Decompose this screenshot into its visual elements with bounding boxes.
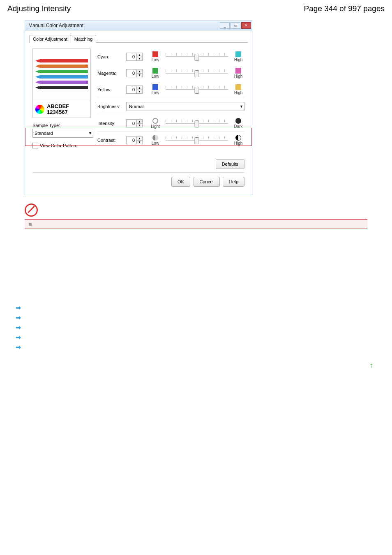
contrast-value: 0 (127, 138, 136, 143)
cyan-value: 0 (127, 54, 136, 59)
light-circle-icon (152, 118, 158, 124)
maximize-button[interactable]: ▭ (231, 22, 240, 29)
magenta-label: Magenta: (97, 71, 126, 76)
contrast-spinner[interactable]: 0 ▲▼ (126, 136, 143, 144)
yellow-label: Yellow: (97, 87, 126, 92)
page-top-icon[interactable]: ⇡ (369, 363, 374, 369)
cyan-swatch-icon (235, 51, 241, 57)
arrow-right-icon: ➡ (16, 323, 385, 333)
cyan-slider[interactable] (166, 56, 228, 57)
intensity-low-label: Light (151, 124, 160, 129)
green-swatch-icon (152, 68, 158, 74)
defaults-button[interactable]: Defaults (216, 159, 244, 169)
yellow-low-label: Low (152, 90, 159, 95)
intensity-value: 0 (127, 121, 136, 126)
contrast-high-label: High (234, 141, 243, 146)
cyan-spinner[interactable]: 0 ▲▼ (126, 53, 143, 61)
intensity-slider[interactable] (166, 123, 228, 124)
red-swatch-icon (152, 51, 158, 57)
page-title: Adjusting Intensity (7, 4, 71, 13)
contrast-low-label: Low (152, 141, 159, 146)
ok-button[interactable]: OK (171, 177, 190, 187)
intensity-label: Intensity: (97, 121, 126, 126)
tab-color-adjustment[interactable]: Color Adjustment (29, 35, 71, 43)
magenta-spinner[interactable]: 0 ▲▼ (126, 69, 143, 77)
arrow-right-icon: ➡ (16, 303, 385, 313)
brightness-value: Normal (129, 104, 143, 109)
brightness-label: Brightness: (97, 104, 126, 109)
arrow-right-icon: ➡ (16, 313, 385, 323)
dialog-title: Manual Color Adjustment (28, 23, 83, 28)
preview-text-1: ABCDEF (47, 104, 69, 109)
cancel-button[interactable]: Cancel (194, 177, 220, 187)
magenta-slider[interactable] (166, 73, 228, 74)
magenta-high-label: High (234, 74, 243, 79)
arrow-link-list: ➡ ➡ ➡ ➡ ➡ (16, 303, 385, 352)
yellow-value: 0 (127, 87, 136, 92)
contrast-slider[interactable] (166, 140, 228, 141)
magenta-swatch-icon (235, 68, 241, 74)
magenta-low-label: Low (152, 74, 159, 79)
view-color-pattern-checkbox[interactable]: View Color Pattern (32, 143, 91, 148)
dark-circle-icon (235, 118, 241, 124)
preview-text-2: 1234567 (47, 109, 69, 115)
prohibited-icon (25, 204, 38, 217)
chevron-down-icon: ▼ (88, 131, 92, 135)
intensity-spinner[interactable]: 0 ▲▼ (126, 119, 143, 127)
sample-preview (32, 49, 91, 101)
magenta-value: 0 (127, 71, 136, 76)
minimize-button[interactable]: _ (220, 22, 230, 29)
yellow-slider[interactable] (166, 89, 228, 90)
high-contrast-icon (235, 135, 241, 141)
square-bullet-icon (29, 223, 32, 226)
note-bar (25, 219, 367, 229)
cyan-high-label: High (234, 58, 243, 62)
chevron-down-icon: ▼ (240, 104, 243, 109)
cyan-label: Cyan: (97, 54, 126, 59)
sample-type-label: Sample Type: (32, 123, 91, 128)
sample-type-value: Standard (35, 131, 53, 136)
yellow-high-label: High (234, 90, 243, 95)
yellow-spinner[interactable]: 0 ▲▼ (126, 86, 143, 94)
close-button[interactable]: ✕ (241, 22, 251, 29)
color-wheel-icon (35, 105, 44, 114)
manual-color-adjustment-dialog: Manual Color Adjustment _ ▭ ✕ Color Adju… (25, 21, 252, 195)
page-count: Page 344 of 997 pages (304, 4, 385, 13)
sample-type-select[interactable]: Standard ▼ (32, 129, 93, 138)
brightness-select[interactable]: Normal ▼ (126, 102, 244, 111)
arrow-right-icon: ➡ (16, 342, 385, 352)
view-color-pattern-label: View Color Pattern (40, 143, 78, 148)
help-button[interactable]: Help (223, 177, 244, 187)
low-contrast-icon (152, 135, 158, 141)
intensity-high-label: Dark (234, 124, 242, 129)
blue-swatch-icon (152, 84, 158, 90)
arrow-right-icon: ➡ (16, 333, 385, 342)
tab-matching[interactable]: Matching (71, 35, 97, 43)
cyan-low-label: Low (152, 58, 159, 62)
contrast-label: Contrast: (97, 138, 126, 143)
yellow-swatch-icon (235, 84, 241, 90)
